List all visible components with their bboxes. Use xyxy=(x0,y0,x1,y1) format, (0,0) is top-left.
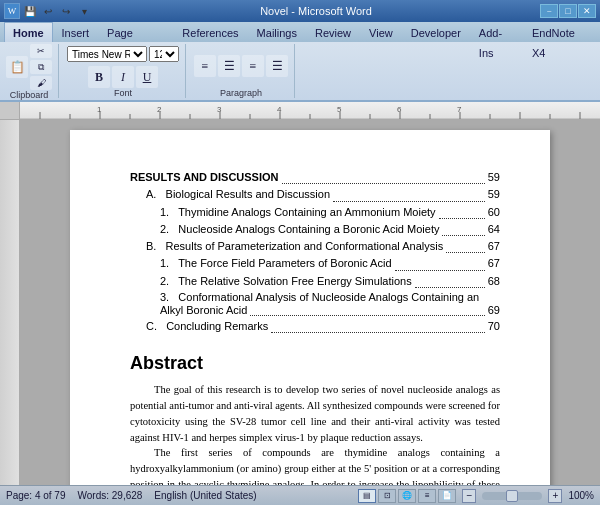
toc-entry-nucleoside-boronic: 2. Nucleoside Analogs Containing a Boron… xyxy=(130,222,500,236)
align-left-icon[interactable]: ≡ xyxy=(194,55,216,77)
cut-icon[interactable]: ✂ xyxy=(30,44,52,58)
outline-icon[interactable]: ≡ xyxy=(418,489,436,503)
align-center-icon[interactable]: ☰ xyxy=(218,55,240,77)
clipboard-label: Clipboard xyxy=(10,90,49,100)
toc-dots xyxy=(333,189,485,202)
window-title: Novel - Microsoft Word xyxy=(260,5,372,17)
svg-text:6: 6 xyxy=(397,105,402,114)
toc-dots xyxy=(442,223,484,236)
svg-text:1: 1 xyxy=(97,105,102,114)
toc-section: RESULTS AND DISCUSSION 59 A. Biological … xyxy=(130,170,500,333)
page-status: Page: 4 of 79 xyxy=(6,490,66,501)
toc-page: 64 xyxy=(488,222,500,236)
app-icon: W xyxy=(4,3,20,19)
toc-text: 1. Thymidine Analogs Containing an Ammon… xyxy=(160,205,436,219)
toc-dots xyxy=(250,303,484,316)
word-count: Words: 29,628 xyxy=(78,490,143,501)
toc-entry-results: RESULTS AND DISCUSSION 59 xyxy=(130,170,500,184)
toc-text: B. Results of Parameterization and Confo… xyxy=(146,239,443,253)
ribbon-tabs: Home Insert Page Layout References Maili… xyxy=(0,22,600,42)
status-bar: Page: 4 of 79 Words: 29,628 English (Uni… xyxy=(0,485,600,505)
zoom-slider[interactable] xyxy=(482,492,542,500)
print-layout-icon[interactable]: ▤ xyxy=(358,489,376,503)
toc-alkyl-text: Alkyl Boronic Acid xyxy=(160,304,247,316)
bold-icon[interactable]: B xyxy=(88,66,110,88)
status-right: ▤ ⊡ 🌐 ≡ 📄 − + 100% xyxy=(358,489,594,503)
tab-home[interactable]: Home xyxy=(4,22,53,42)
toc-entry-conformational-line1: 3. Conformational Analysis of Nucleoside… xyxy=(160,291,500,303)
document-area: RESULTS AND DISCUSSION 59 A. Biological … xyxy=(0,120,600,485)
toc-dots xyxy=(446,240,485,253)
toc-page: 59 xyxy=(488,170,500,184)
toc-text: 1. The Force Field Parameters of Boronic… xyxy=(160,256,392,270)
redo-quick-icon[interactable]: ↪ xyxy=(58,3,74,19)
italic-icon[interactable]: I xyxy=(112,66,134,88)
toc-text: 2. The Relative Solvation Free Energy Si… xyxy=(160,274,412,288)
toc-text: C. Concluding Remarks xyxy=(146,319,268,333)
window-controls: − □ ✕ xyxy=(540,4,596,18)
ruler-vertical xyxy=(0,120,20,485)
language-status: English (United States) xyxy=(154,490,256,501)
tab-page-layout[interactable]: Page Layout xyxy=(98,22,173,42)
close-button[interactable]: ✕ xyxy=(578,4,596,18)
svg-text:4: 4 xyxy=(277,105,282,114)
font-family-select[interactable]: Times New Roman xyxy=(67,46,147,62)
ribbon: Home Insert Page Layout References Maili… xyxy=(0,22,600,102)
tab-developer[interactable]: Developer xyxy=(402,22,470,42)
maximize-button[interactable]: □ xyxy=(559,4,577,18)
toc-page-69: 69 xyxy=(488,304,500,316)
font-size-select[interactable]: 12 xyxy=(149,46,179,62)
tab-add-ins[interactable]: Add-Ins xyxy=(470,22,523,42)
draft-icon[interactable]: 📄 xyxy=(438,489,456,503)
web-layout-icon[interactable]: 🌐 xyxy=(398,489,416,503)
toc-page: 67 xyxy=(488,256,500,270)
undo-quick-icon[interactable]: ↩ xyxy=(40,3,56,19)
tab-insert[interactable]: Insert xyxy=(53,22,99,42)
ribbon-group-font: Times New Roman 12 B I U Font xyxy=(67,44,186,98)
zoom-out-button[interactable]: − xyxy=(462,489,476,503)
font-icons: Times New Roman 12 xyxy=(67,44,179,64)
toc-entry-thymidine: 1. Thymidine Analogs Containing an Ammon… xyxy=(130,205,500,219)
font-label: Font xyxy=(114,88,132,98)
tab-view[interactable]: View xyxy=(360,22,402,42)
tab-references[interactable]: References xyxy=(173,22,247,42)
zoom-level: 100% xyxy=(568,490,594,501)
full-screen-icon[interactable]: ⊡ xyxy=(378,489,396,503)
justify-icon[interactable]: ☰ xyxy=(266,55,288,77)
toc-entry-concluding: C. Concluding Remarks 70 xyxy=(130,319,500,333)
toc-entry-parameterization: B. Results of Parameterization and Confo… xyxy=(130,239,500,253)
toc-page: 59 xyxy=(488,187,500,201)
svg-text:2: 2 xyxy=(157,105,162,114)
ribbon-group-clipboard: 📋 ✂ ⧉ 🖌 Clipboard xyxy=(6,44,59,98)
tab-endnote[interactable]: EndNote X4 xyxy=(523,22,596,42)
abstract-paragraph-2: The first series of compounds are thymid… xyxy=(130,445,500,485)
toc-dots xyxy=(271,320,484,333)
save-quick-icon[interactable]: 💾 xyxy=(22,3,38,19)
minimize-button[interactable]: − xyxy=(540,4,558,18)
ribbon-content: 📋 ✂ ⧉ 🖌 Clipboard Times New Roman 12 B xyxy=(0,42,600,100)
ruler-area: 1 2 3 4 5 6 7 xyxy=(0,102,600,120)
toc-page: 68 xyxy=(488,274,500,288)
paste-icon[interactable]: 📋 xyxy=(6,56,28,78)
align-right-icon[interactable]: ≡ xyxy=(242,55,264,77)
underline-icon[interactable]: U xyxy=(136,66,158,88)
toc-dots xyxy=(439,206,485,219)
customize-quick-icon[interactable]: ▾ xyxy=(76,3,92,19)
document-scroll[interactable]: RESULTS AND DISCUSSION 59 A. Biological … xyxy=(20,120,600,485)
paragraph-icons: ≡ ☰ ≡ ☰ xyxy=(194,44,288,88)
copy-icon[interactable]: ⧉ xyxy=(30,60,52,74)
tab-review[interactable]: Review xyxy=(306,22,360,42)
abstract-section: Abstract The goal of this research is to… xyxy=(130,353,500,485)
tab-mailings[interactable]: Mailings xyxy=(248,22,306,42)
document-page: RESULTS AND DISCUSSION 59 A. Biological … xyxy=(70,130,550,485)
abstract-heading: Abstract xyxy=(130,353,500,374)
abstract-paragraph-1: The goal of this research is to develop … xyxy=(130,382,500,445)
title-bar: W 💾 ↩ ↪ ▾ Novel - Microsoft Word − □ ✕ xyxy=(0,0,600,22)
toc-text: RESULTS AND DISCUSSION xyxy=(130,170,279,184)
zoom-in-button[interactable]: + xyxy=(548,489,562,503)
format-painter-icon[interactable]: 🖌 xyxy=(30,76,52,90)
toc-dots xyxy=(415,275,485,288)
svg-text:7: 7 xyxy=(457,105,462,114)
clipboard-icons: 📋 ✂ ⧉ 🖌 xyxy=(6,44,52,90)
svg-text:5: 5 xyxy=(337,105,342,114)
